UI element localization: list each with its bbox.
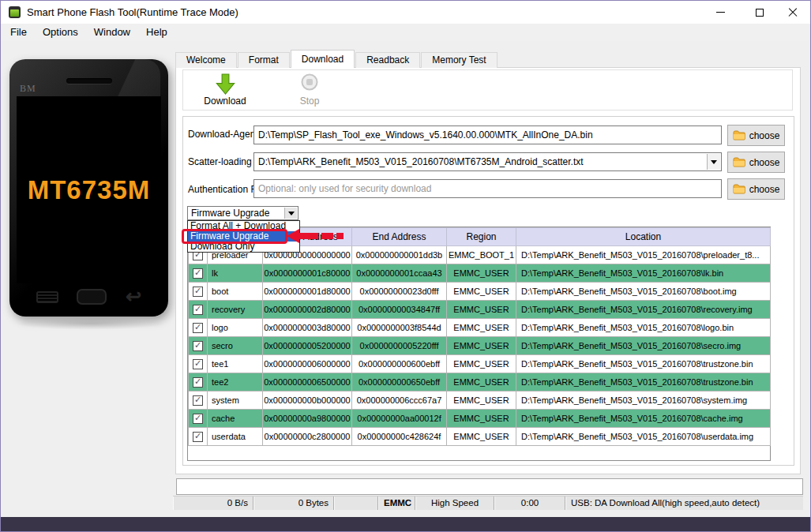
download-arrow-icon (216, 73, 235, 96)
row-checkbox[interactable] (193, 395, 203, 406)
partition-name: userdata (208, 428, 263, 446)
tab-readback[interactable]: Readback (355, 52, 420, 68)
partition-name: cache (208, 410, 263, 428)
begin-address: 0x0000000001c80000 (263, 264, 352, 283)
region: EMMC_USER (447, 264, 516, 283)
table-row-tee2[interactable]: tee20x00000000065000000x000000000650ebff… (189, 373, 771, 392)
location: D:\Temp\ARK_Benefit_M503_V015_20160708\r… (516, 301, 771, 319)
end-address: 0x00000000c428624f (352, 428, 447, 446)
table-row-logo[interactable]: logo0x0000000003d800000x0000000003f8544d… (189, 319, 771, 337)
begin-address: 0x0000000006500000 (263, 373, 352, 392)
download-mode-combobox[interactable]: Firmware Upgrade (187, 206, 298, 220)
scatter-file-combobox[interactable]: D:\Temp\ARK_Benefit_M503_V015_20160708\M… (253, 152, 722, 171)
table-row-system[interactable]: system0x000000000b0000000x000000006ccc67… (189, 392, 771, 410)
end-address: 0x0000000001ccaa43 (352, 264, 447, 283)
folder-icon (733, 130, 745, 140)
home-key-icon (77, 289, 107, 305)
end-address: 0x000000000001dd3b (352, 246, 447, 264)
status-storage-type: EMMC (378, 496, 415, 510)
begin-address: 0x0000000002d80000 (263, 301, 352, 319)
begin-address: 0x0000000003d80000 (263, 319, 352, 337)
close-button[interactable] (775, 1, 811, 24)
tab-bar: WelcomeFormatDownloadReadbackMemory Test (175, 50, 498, 68)
choose-button-label: choose (749, 157, 780, 168)
tab-download[interactable]: Download (291, 50, 355, 68)
table-row-boot[interactable]: boot0x0000000001d800000x00000000023d0fff… (189, 283, 771, 301)
region: EMMC_USER (447, 355, 516, 373)
chevron-down-icon (288, 212, 295, 215)
begin-address: 0x0000000006000000 (263, 355, 352, 373)
download-toolbar: Download Stop (182, 69, 793, 111)
app-icon (9, 6, 21, 18)
menu-item-options[interactable]: Options (35, 24, 86, 40)
row-checkbox[interactable] (193, 268, 203, 279)
partition-name: tee1 (208, 355, 263, 373)
row-checkbox[interactable] (193, 323, 203, 333)
table-row-userdata[interactable]: userdata0x00000000c28000000x00000000c428… (189, 428, 771, 446)
folder-icon (733, 184, 745, 194)
end-address: 0x0000000005220fff (352, 337, 447, 355)
row-checkbox[interactable] (193, 377, 203, 388)
partition-name: secro (208, 337, 263, 355)
chipset-label: MT6735M (28, 175, 151, 205)
region: EMMC_USER (447, 301, 516, 319)
row-checkbox[interactable] (193, 305, 203, 315)
end-address: 0x000000006ccc67a7 (352, 392, 447, 410)
row-checkbox[interactable] (193, 359, 203, 369)
phone-shadow (15, 317, 165, 330)
minimize-button[interactable] (702, 1, 738, 24)
download-agent-choose-button[interactable]: choose (727, 125, 785, 146)
annotation-red-arrow (287, 229, 345, 243)
column-header-location: Location (516, 228, 771, 246)
region: EMMC_USER (447, 319, 516, 337)
begin-address: 0x000000000b000000 (263, 392, 352, 410)
table-row-recovery[interactable]: recovery0x0000000002d800000x000000000348… (189, 301, 771, 319)
begin-address: 0x0000000001d80000 (263, 283, 352, 301)
row-checkbox[interactable] (193, 341, 203, 351)
end-address: 0x00000000aa00012f (352, 410, 447, 428)
location: D:\Temp\ARK_Benefit_M503_V015_20160708\t… (516, 373, 771, 392)
menu-item-help[interactable]: Help (138, 24, 175, 40)
region: EMMC_USER (447, 283, 516, 301)
tab-welcome[interactable]: Welcome (175, 52, 237, 68)
stop-icon (301, 73, 318, 91)
download-button[interactable]: Download (190, 72, 261, 109)
tab-memory-test[interactable]: Memory Test (421, 52, 497, 68)
mode-dropdown-button[interactable] (284, 208, 297, 219)
auth-choose-button[interactable]: choose (727, 178, 785, 200)
annotation-red-box (182, 229, 287, 244)
download-mode-value: Firmware Upgrade (191, 208, 269, 219)
begin-address: 0x0000000005200000 (263, 337, 352, 355)
row-checkbox[interactable] (193, 414, 203, 424)
client-area: BM MT6735M WelcomeFormatDownloadReadback… (1, 41, 810, 517)
column-header-region: Region (447, 228, 516, 246)
download-agent-label: Download-Agent (188, 129, 258, 140)
status-bar: 0 B/s 0 Bytes EMMC High Speed 0:00 USB: … (173, 496, 803, 510)
table-row-lk[interactable]: lk0x0000000001c800000x0000000001ccaa43EM… (189, 264, 771, 283)
row-checkbox[interactable] (193, 432, 203, 442)
partition-table: NameBegin AddressEnd AddressRegionLocati… (187, 227, 771, 461)
stop-button[interactable]: Stop (284, 72, 335, 109)
table-row-tee1[interactable]: tee10x00000000060000000x000000000600ebff… (189, 355, 771, 373)
menu-key-icon (36, 291, 58, 303)
menu-item-window[interactable]: Window (86, 24, 138, 40)
tab-format[interactable]: Format (238, 52, 290, 68)
row-checkbox[interactable] (193, 287, 203, 297)
column-header-end-address: End Address (352, 228, 447, 246)
choose-button-label: choose (749, 130, 780, 141)
download-agent-input[interactable]: D:\Temp\SP_Flash_Tool_exe_Windows_v5.164… (253, 126, 722, 144)
scatter-dropdown-button[interactable] (707, 154, 720, 170)
scatter-choose-button[interactable]: choose (727, 152, 785, 173)
end-address: 0x00000000023d0fff (352, 283, 447, 301)
menu-item-file[interactable]: File (2, 24, 35, 40)
scatter-file-value: D:\Temp\ARK_Benefit_M503_V015_20160708\M… (258, 156, 584, 167)
chevron-down-icon (711, 160, 717, 164)
location: D:\Temp\ARK_Benefit_M503_V015_20160708\l… (516, 319, 771, 337)
end-address: 0x000000000600ebff (352, 355, 447, 373)
auth-file-input[interactable]: Optional: only used for security downloa… (253, 179, 722, 198)
region: EMMC_USER (447, 428, 516, 446)
table-row-secro[interactable]: secro0x00000000052000000x0000000005220ff… (189, 337, 771, 355)
maximize-button[interactable] (742, 1, 778, 24)
table-row-cache[interactable]: cache0x00000000a98000000x00000000aa00012… (189, 410, 771, 428)
window-title: Smart Phone Flash Tool(Runtime Trace Mod… (27, 6, 238, 18)
